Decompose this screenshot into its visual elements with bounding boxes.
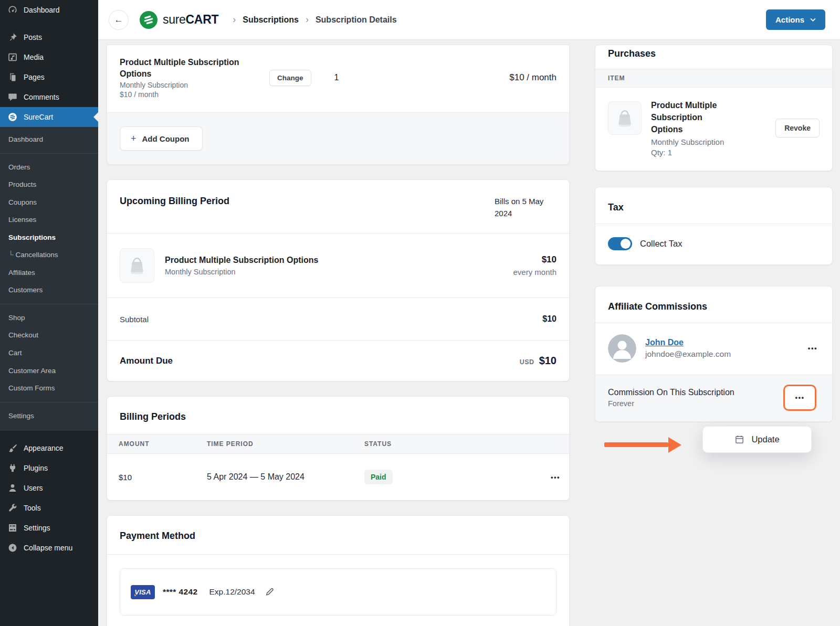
sidebar-item-users[interactable]: Users	[0, 478, 98, 498]
purchases-card: Purchases ITEM Product Multiple Subscrip…	[595, 45, 833, 171]
billing-row-menu-button[interactable]: •••	[542, 471, 569, 483]
surecart-submenu: Dashboard Orders Products Coupons Licens…	[0, 127, 98, 431]
sidebar-item-comments[interactable]: Comments	[0, 87, 98, 107]
amount-due-row: Amount Due USD $10	[107, 341, 569, 381]
sidebar-item-collapse-menu[interactable]: Collapse menu	[0, 538, 98, 558]
upcoming-billing-header: Upcoming Billing Period Bills on 5 May 2…	[107, 180, 569, 233]
amount-due-label: Amount Due	[120, 356, 173, 366]
payment-card-box: VISA **** 4242 Exp.12/2034	[120, 568, 556, 616]
submenu-item-cancellations[interactable]: └Cancellations	[0, 246, 98, 264]
submenu-item-coupons[interactable]: Coupons	[0, 194, 98, 211]
actions-button[interactable]: Actions	[766, 9, 825, 30]
actions-label: Actions	[775, 15, 804, 24]
upcoming-product-pricing: $10 every month	[513, 254, 556, 277]
payment-method-card: Payment Method VISA **** 4242 Exp.12/203…	[107, 515, 570, 626]
collect-tax-row: Collect Tax	[595, 224, 832, 264]
affiliate-commissions-title: Affiliate Commissions	[595, 287, 832, 323]
affiliate-name-link[interactable]: John Doe	[645, 338, 731, 347]
breadcrumb-subscriptions[interactable]: Subscriptions	[243, 15, 299, 25]
purchases-title: Purchases	[595, 45, 832, 69]
sidebar-item-media[interactable]: Media	[0, 47, 98, 67]
commission-duration: Forever	[608, 399, 734, 408]
update-label: Update	[751, 434, 779, 444]
payment-method-title: Payment Method	[107, 516, 569, 554]
submenu-item-shop[interactable]: Shop	[0, 309, 98, 327]
submenu-item-dashboard[interactable]: Dashboard	[0, 131, 98, 148]
sidebar-item-plugins[interactable]: Plugins	[0, 458, 98, 478]
submenu-item-checkout[interactable]: Checkout	[0, 326, 98, 344]
tax-title: Tax	[595, 187, 832, 224]
amount-due-value: $10	[539, 355, 556, 367]
billing-row-amount: $10	[119, 473, 207, 482]
affiliate-menu-button[interactable]: •••	[806, 342, 820, 354]
sidebar-item-label: Settings	[24, 524, 50, 532]
submenu-item-custom-forms[interactable]: Custom Forms	[0, 379, 98, 397]
side-column: Purchases ITEM Product Multiple Subscrip…	[595, 45, 833, 460]
plugins-icon	[7, 463, 18, 473]
card-expiry: Exp.12/2034	[209, 587, 255, 597]
sidebar-item-pages[interactable]: Pages	[0, 67, 98, 87]
sidebar-item-posts[interactable]: Posts	[0, 27, 98, 47]
line-item-card: Product Multiple Subscription Options Mo…	[107, 45, 570, 165]
commission-title: Commission On This Subscription	[608, 388, 734, 397]
submenu-item-settings[interactable]: Settings	[0, 407, 98, 425]
sidebar-item-appearance[interactable]: Appearance	[0, 438, 98, 458]
collect-tax-toggle[interactable]	[608, 237, 632, 250]
submenu-item-products[interactable]: Products	[0, 176, 98, 194]
sidebar-item-label: Pages	[24, 73, 45, 81]
pencil-icon	[265, 587, 275, 597]
visa-icon: VISA	[131, 585, 155, 599]
coupon-area: + Add Coupon	[107, 112, 569, 164]
upcoming-billing-title: Upcoming Billing Period	[120, 196, 229, 207]
submenu-item-orders[interactable]: Orders	[0, 158, 98, 176]
product-thumbnail	[120, 248, 154, 283]
arrow-shaft	[604, 442, 668, 447]
back-button[interactable]: ←	[109, 10, 129, 30]
edit-payment-button[interactable]	[265, 587, 275, 597]
column-header-spacer	[542, 440, 569, 448]
add-coupon-button[interactable]: + Add Coupon	[120, 126, 203, 151]
table-row: $10 5 Apr 2024 — 5 May 2024 Paid •••	[107, 454, 569, 500]
main-column: Product Multiple Subscription Options Mo…	[107, 45, 570, 626]
sidebar-item-dashboard[interactable]: Dashboard	[0, 0, 98, 20]
branch-icon: └	[8, 251, 14, 259]
sidebar-item-surecart[interactable]: SureCart	[0, 107, 98, 127]
breadcrumb-chevron-icon: ›	[233, 14, 236, 25]
plus-icon: +	[131, 134, 136, 143]
appearance-icon	[7, 443, 18, 453]
status-badge: Paid	[364, 470, 393, 484]
submenu-item-subscriptions[interactable]: Subscriptions	[0, 229, 98, 247]
billing-periods-title: Billing Periods	[107, 397, 569, 434]
commission-menu-button[interactable]: •••	[783, 385, 816, 411]
content-area: ← sureCART › Subscriptions › Subscriptio…	[98, 0, 840, 626]
app-window: Dashboard Posts Media Pages Comments Sur…	[0, 0, 840, 626]
shopping-bag-icon	[125, 253, 149, 278]
pin-icon	[7, 32, 18, 43]
sidebar-item-tools[interactable]: Tools	[0, 498, 98, 518]
change-button[interactable]: Change	[269, 70, 311, 86]
affiliate-row: John Doe johndoe@example.com •••	[595, 323, 832, 375]
breadcrumb-subscription-details: Subscription Details	[316, 15, 397, 25]
dashboard-icon	[7, 5, 18, 15]
sidebar-item-settings[interactable]: Settings	[0, 518, 98, 538]
bills-on-date: Bills on 5 May 2024	[495, 196, 556, 219]
media-icon	[7, 52, 18, 62]
submenu-item-affiliates[interactable]: Affiliates	[0, 264, 98, 282]
line-item-info: Product Multiple Subscription Options Mo…	[120, 57, 269, 99]
add-coupon-label: Add Coupon	[142, 134, 190, 143]
subtotal-value: $10	[542, 314, 556, 324]
line-item-plan: Monthly Subscription	[120, 81, 269, 89]
update-menu-item[interactable]: Update	[702, 426, 812, 453]
shopping-bag-icon	[613, 106, 637, 130]
submenu-item-customer-area[interactable]: Customer Area	[0, 362, 98, 380]
payment-method-body: VISA **** 4242 Exp.12/2034	[107, 555, 569, 626]
submenu-item-licenses[interactable]: Licenses	[0, 211, 98, 229]
wp-admin-sidebar: Dashboard Posts Media Pages Comments Sur…	[0, 0, 98, 626]
submenu-item-customers[interactable]: Customers	[0, 281, 98, 299]
comments-icon	[7, 92, 18, 102]
commission-info: Commission On This Subscription Forever	[608, 388, 734, 408]
revoke-button[interactable]: Revoke	[775, 119, 820, 137]
page-header: ← sureCART › Subscriptions › Subscriptio…	[98, 0, 840, 40]
chevron-down-icon	[810, 18, 816, 22]
submenu-item-cart[interactable]: Cart	[0, 344, 98, 362]
